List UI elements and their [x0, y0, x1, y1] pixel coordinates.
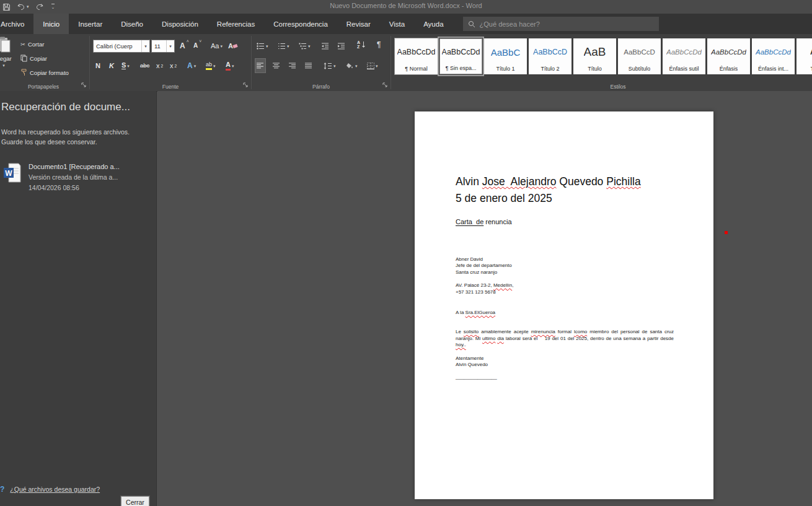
subscript-digit: 2: [161, 64, 164, 68]
font-color-button[interactable]: A▾: [224, 59, 235, 72]
format-painter-button[interactable]: Copiar formato: [19, 66, 71, 79]
revision-marker-dot: [725, 231, 728, 234]
caret-down-icon: ˅: [199, 39, 201, 43]
style-normal[interactable]: AaBbCcDd ¶ Normal: [395, 38, 438, 74]
style-enfasis-intenso[interactable]: AaBbCcDd Énfasis int...: [752, 38, 795, 74]
recovered-file-name: Documento1 [Recuperado a...: [29, 161, 120, 172]
align-left-button[interactable]: [255, 59, 265, 72]
address-line: AV. Palacé 23-2, Medellín,: [456, 282, 673, 289]
style-titulo[interactable]: AaB Título: [573, 38, 616, 74]
font-name-select[interactable]: Calibri (Cuerp ▾: [93, 40, 150, 53]
line-spacing-button[interactable]: ▾: [322, 59, 337, 72]
close-recovery-button[interactable]: Cerrar: [121, 496, 149, 506]
decrease-indent-button[interactable]: [320, 39, 330, 53]
misspelled-word: Pichilla: [606, 175, 640, 188]
style-preview: AaB: [584, 38, 606, 66]
style-enfasis-sutil[interactable]: AaBbCcDd Énfasis sutil: [663, 38, 705, 74]
paste-button[interactable]: Pegar ▾: [0, 37, 20, 68]
tab-correspondencia[interactable]: Correspondencia: [264, 14, 337, 34]
tab-diseno[interactable]: Diseño: [112, 14, 152, 34]
grow-font-button[interactable]: A˄: [179, 39, 190, 53]
font-size-select[interactable]: 11 ▾: [151, 40, 175, 53]
style-subtitulo[interactable]: AaBbCcD Subtítulo: [618, 38, 661, 74]
style-sin-espaciado[interactable]: AaBbCcDd ¶ Sin espa...: [439, 38, 482, 74]
borders-button[interactable]: ▾: [366, 59, 379, 72]
chevron-down-icon: ▾: [232, 64, 234, 68]
text-effects-button[interactable]: A▾: [186, 59, 197, 72]
underline-button[interactable]: S▾: [120, 59, 131, 72]
multilevel-list-icon: [299, 43, 307, 50]
tab-archivo[interactable]: Archivo: [0, 14, 33, 34]
increase-indent-button[interactable]: [336, 39, 346, 53]
cut-icon: ✂: [20, 41, 25, 48]
copy-button[interactable]: Copiar: [19, 52, 49, 64]
subscript-button[interactable]: x2: [155, 59, 164, 72]
style-texto-negrita[interactable]: AaB Text...: [797, 38, 812, 74]
change-case-button[interactable]: Aa▾: [210, 39, 224, 53]
clear-formatting-button[interactable]: A: [227, 39, 239, 53]
group-separator: [251, 36, 252, 89]
font-dialog-launcher[interactable]: [243, 79, 248, 90]
recipient-role: Jefe de del departamento: [456, 263, 673, 269]
format-painter-label: Copiar formato: [30, 69, 69, 76]
align-center-button[interactable]: [271, 59, 281, 72]
subject-line: Carta de renuncia: [456, 218, 673, 225]
heading-line-2: 5 de enero del 2025: [456, 190, 673, 207]
body-text: Le: [456, 329, 464, 334]
style-label: Subtítulo: [629, 66, 651, 72]
chevron-down-icon: ▾: [333, 64, 336, 68]
help-icon[interactable]: ?: [0, 485, 4, 494]
recovered-file-item[interactable]: W Documento1 [Recuperado a... Versión cr…: [4, 161, 152, 194]
pilcrow-icon: ¶: [377, 41, 381, 48]
bullet-list-icon: [257, 43, 265, 50]
numbering-button[interactable]: ▾: [276, 39, 291, 53]
highlight-color-button[interactable]: ab▾: [205, 59, 217, 72]
misspelled-word: dia: [497, 336, 504, 341]
style-titulo-1[interactable]: AaBbC Título 1: [484, 38, 527, 74]
sort-button[interactable]: A Z: [356, 38, 367, 51]
shrink-font-button[interactable]: A˅: [192, 39, 203, 53]
tellme-search-input[interactable]: ¿Qué desea hacer?: [463, 17, 659, 31]
chevron-down-icon: ▾: [376, 64, 378, 68]
style-titulo-2[interactable]: AaBbCcD Título 2: [529, 38, 571, 74]
tab-ayuda[interactable]: Ayuda: [414, 14, 452, 34]
clipboard-dialog-launcher[interactable]: [81, 79, 86, 90]
shading-button[interactable]: ▾: [345, 59, 359, 72]
cut-button[interactable]: ✂ Cortar: [19, 38, 46, 50]
address-text: ,: [512, 282, 513, 288]
tab-disposicion[interactable]: Disposición: [152, 14, 208, 34]
document-page[interactable]: Alvin Jose Alejandro Quevedo Pichilla 5 …: [415, 111, 713, 499]
tab-vista[interactable]: Vista: [380, 14, 414, 34]
chevron-down-icon: ▾: [287, 44, 289, 48]
strikethrough-button[interactable]: abc: [139, 59, 151, 72]
which-files-save-link[interactable]: ¿Qué archivos desea guardar?: [10, 486, 100, 493]
chevron-down-icon: ▾: [220, 44, 223, 48]
superscript-button[interactable]: x2: [169, 59, 178, 72]
tab-revisar[interactable]: Revisar: [337, 14, 380, 34]
tab-insertar[interactable]: Insertar: [69, 14, 112, 34]
align-right-button[interactable]: [288, 59, 298, 72]
show-marks-button[interactable]: ¶: [376, 38, 382, 51]
bold-button[interactable]: N: [94, 59, 102, 72]
heading-text: Quevedo: [556, 175, 606, 188]
heading-line-1: Alvin Jose Alejandro Quevedo Pichilla: [456, 173, 673, 190]
address-block: AV. Palacé 23-2, Medellín, +57 321 123 5…: [456, 282, 673, 295]
italic-button[interactable]: K: [108, 59, 115, 72]
multilevel-list-button[interactable]: ▾: [298, 39, 312, 53]
group-label-clipboard: Portapapeles: [0, 84, 87, 90]
format-painter-icon: [20, 69, 27, 76]
paragraph-dialog-launcher[interactable]: [382, 79, 387, 90]
phone-line: +57 321 123 5678: [456, 289, 673, 295]
ribbon: Pegar ▾ ✂ Cortar Copiar Copiar formato P…: [0, 34, 812, 92]
bullets-button[interactable]: ▾: [255, 39, 270, 53]
style-enfasis[interactable]: AaBbCcDd Énfasis: [707, 38, 750, 74]
justify-button[interactable]: [304, 59, 314, 72]
word-window: ▾ ⌄ Nuevo Documento de Microsoft Word.do…: [0, 0, 812, 506]
misspelled-word: hoy..: [456, 342, 466, 347]
style-preview: AaBbCcDd: [666, 38, 702, 66]
tab-referencias[interactable]: Referencias: [208, 14, 264, 34]
closing-line-2: Alvin Quevedo: [456, 362, 673, 368]
numbered-list-icon: [278, 43, 286, 50]
style-label: Énfasis int...: [758, 66, 788, 72]
tab-inicio[interactable]: Inicio: [33, 14, 69, 34]
